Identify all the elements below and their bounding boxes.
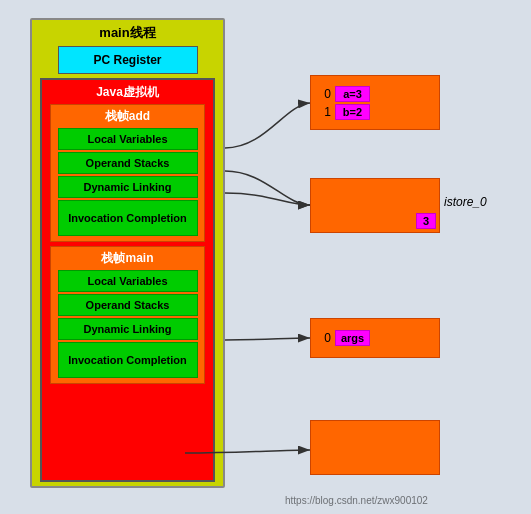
frame-add-title: 栈帧add — [105, 108, 150, 125]
istore-label: istore_0 — [444, 195, 487, 209]
index-1-b: 1 — [315, 105, 331, 119]
right-box-row-b: 1 b=2 — [315, 104, 435, 120]
frame-add-operand-stacks: Operand Stacks — [58, 152, 198, 174]
value-b: b=2 — [335, 104, 370, 120]
value-a: a=3 — [335, 86, 370, 102]
index-0-args: 0 — [315, 331, 331, 345]
frame-main: 栈帧main Local Variables Operand Stacks Dy… — [50, 246, 205, 384]
pc-register: PC Register — [58, 46, 198, 74]
main-thread-title: main线程 — [99, 24, 155, 42]
frame-add-dynamic-linking: Dynamic Linking — [58, 176, 198, 198]
frame-main-local-variables: Local Variables — [58, 270, 198, 292]
right-box-local-vars-add: 0 a=3 1 b=2 — [310, 75, 440, 130]
jvm-stack-title: Java虚拟机 — [96, 84, 159, 101]
right-box-local-vars-main: 0 args — [310, 318, 440, 358]
right-box-operand-add: 3 — [310, 178, 440, 233]
frame-add-local-variables: Local Variables — [58, 128, 198, 150]
frame-add-invocation-completion: Invocation Completion — [58, 200, 198, 236]
frame-main-invocation-completion: Invocation Completion — [58, 342, 198, 378]
frame-add: 栈帧add Local Variables Operand Stacks Dyn… — [50, 104, 205, 242]
right-box-operand-main — [310, 420, 440, 475]
right-box-row-a: 0 a=3 — [315, 86, 435, 102]
index-0-a: 0 — [315, 87, 331, 101]
operand-value-3: 3 — [416, 213, 436, 229]
frame-main-title: 栈帧main — [101, 250, 153, 267]
frame-main-operand-stacks: Operand Stacks — [58, 294, 198, 316]
jvm-stack: Java虚拟机 栈帧add Local Variables Operand St… — [40, 78, 215, 482]
frame-main-dynamic-linking: Dynamic Linking — [58, 318, 198, 340]
main-thread-container: main线程 PC Register Java虚拟机 栈帧add Local V… — [30, 18, 225, 488]
value-args: args — [335, 330, 370, 346]
watermark: https://blog.csdn.net/zwx900102 — [285, 495, 428, 506]
